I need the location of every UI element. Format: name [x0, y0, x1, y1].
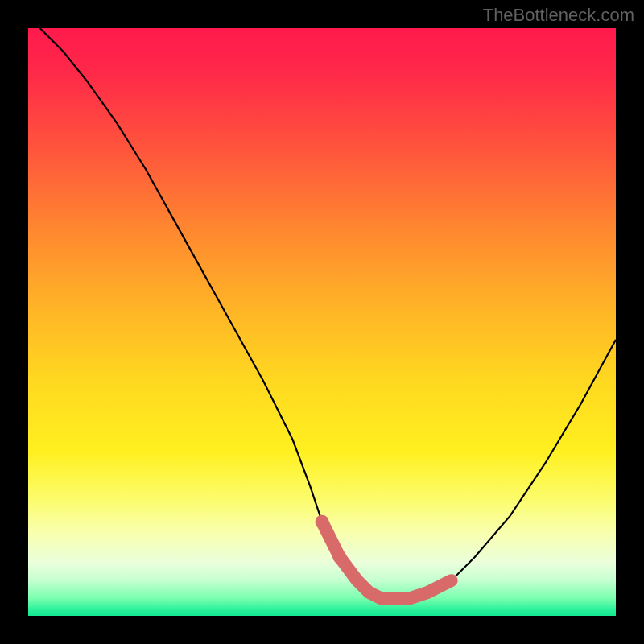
plot-area: [28, 28, 616, 616]
bottleneck-curve: [40, 28, 616, 598]
watermark-text: TheBottleneck.com: [483, 5, 634, 26]
optimal-zone-markers: [316, 515, 452, 598]
curve-svg: [28, 28, 616, 616]
svg-point-1: [332, 551, 346, 564]
svg-point-0: [316, 515, 329, 529]
